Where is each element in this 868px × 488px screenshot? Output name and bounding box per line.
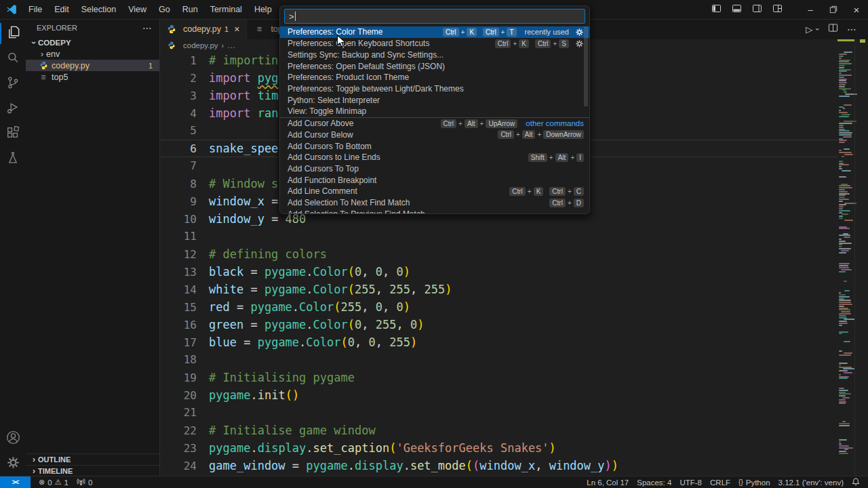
command-row-1[interactable]: Preferences: Open Keyboard ShortcutsCtrl…	[280, 38, 589, 49]
customize-layout-icon[interactable]	[772, 3, 783, 16]
activity-explorer[interactable]	[0, 21, 26, 46]
eol-sequence[interactable]: CRLF	[706, 479, 734, 487]
code-line-14[interactable]: 14white = pygame.Color(255, 255, 255)	[159, 281, 837, 298]
code-line-23[interactable]: 23pygame.display.set_caption('GeeksforGe…	[159, 439, 837, 457]
encoding[interactable]: UTF-8	[675, 479, 706, 487]
activity-extensions[interactable]	[0, 121, 26, 146]
menu-terminal[interactable]: Terminal	[204, 0, 248, 19]
line-number[interactable]: 20	[159, 387, 197, 405]
command-row-13[interactable]: Add Function Breakpoint	[280, 174, 589, 186]
palette-scrollbar[interactable]	[584, 26, 588, 106]
command-row-7[interactable]: View: Toggle Minimap	[280, 106, 589, 117]
run-dropdown-icon[interactable]: ›	[814, 28, 822, 30]
toggle-panel-icon[interactable]	[732, 3, 742, 16]
menu-view[interactable]: View	[122, 0, 153, 19]
line-number[interactable]: 19	[159, 369, 197, 387]
menu-edit[interactable]: Edit	[48, 0, 75, 19]
timeline-section[interactable]: ›TIMELINE	[26, 465, 159, 476]
command-row-14[interactable]: Add Line CommentCtrl+KCtrl+C	[280, 186, 589, 197]
command-row-9[interactable]: Add Cursor BelowCtrl+Alt+DownArrow	[280, 129, 589, 140]
minimap[interactable]	[837, 39, 855, 476]
tree-item-codepy-py[interactable]: codepy.py1	[26, 60, 159, 71]
indentation[interactable]: Spaces: 4	[633, 479, 675, 487]
line-number[interactable]: 11	[159, 228, 197, 245]
menu-file[interactable]: File	[22, 0, 48, 19]
code-line-17[interactable]: 17blue = pygame.Color(0, 0, 255)	[159, 333, 837, 351]
menu-selection[interactable]: Selection	[75, 0, 122, 19]
other-commands-link[interactable]: other commands	[526, 119, 584, 127]
activity-settings[interactable]	[0, 451, 26, 476]
command-row-0[interactable]: Preferences: Color ThemeCtrl+KCtrl+Trece…	[280, 26, 589, 38]
line-number[interactable]: 10	[159, 211, 197, 228]
tree-item-top5[interactable]: ≡top5	[26, 71, 159, 83]
tree-root-folder[interactable]: ›CODEPY	[26, 37, 159, 48]
code-line-22[interactable]: 22# Initialise game window	[159, 422, 837, 439]
command-row-11[interactable]: Add Cursors to Line EndsShift+Alt+I	[280, 152, 589, 163]
configure-keybinding-icon[interactable]	[575, 39, 584, 48]
restore-button[interactable]	[822, 0, 845, 19]
cursor-position[interactable]: Ln 6, Col 17	[583, 479, 633, 487]
line-number[interactable]: 17	[159, 334, 197, 352]
explorer-more-actions[interactable]: ⋯	[142, 22, 153, 33]
line-number[interactable]: 7	[159, 157, 197, 175]
remote-indicator[interactable]: ><	[0, 476, 31, 488]
code-line-24[interactable]: 24game_window = pygame.display.set_mode(…	[159, 457, 837, 474]
line-number[interactable]: 13	[159, 264, 197, 281]
activity-search[interactable]	[0, 46, 26, 71]
editor-more-actions-icon[interactable]: ⋯	[847, 24, 857, 35]
code-line-18[interactable]: 18	[159, 351, 837, 369]
tab-codepy-py[interactable]: codepy.py1×	[159, 19, 247, 39]
code-line-11[interactable]: 11	[159, 228, 837, 245]
run-python-file-button[interactable]: ▷	[806, 23, 812, 35]
overview-ruler[interactable]	[854, 39, 868, 476]
problems-indicator[interactable]: ⊗0 ⚠1	[35, 478, 73, 487]
notifications-bell[interactable]	[848, 477, 864, 487]
command-row-3[interactable]: Preferences: Open Default Settings (JSON…	[280, 60, 589, 72]
code-line-21[interactable]: 21	[159, 404, 837, 422]
split-editor-icon[interactable]	[828, 23, 838, 35]
ports-indicator[interactable]: 0	[73, 478, 96, 487]
line-number[interactable]: 6	[159, 140, 197, 158]
close-button[interactable]: ×	[845, 0, 868, 19]
line-number[interactable]: 3	[159, 87, 197, 105]
command-input[interactable]: >	[284, 9, 585, 24]
line-number[interactable]: 22	[159, 422, 197, 440]
python-interpreter[interactable]: 3.12.1 ('env': venv)	[774, 479, 848, 487]
line-number[interactable]: 1	[159, 52, 197, 70]
command-row-15[interactable]: Add Selection To Next Find MatchCtrl+D	[280, 197, 589, 209]
language-mode[interactable]: {} Python	[734, 479, 774, 487]
close-tab-icon[interactable]: ×	[234, 24, 239, 35]
menu-run[interactable]: Run	[176, 0, 204, 19]
command-row-10[interactable]: Add Cursors To Bottom	[280, 140, 589, 152]
line-number[interactable]: 14	[159, 281, 197, 299]
line-number[interactable]: 8	[159, 176, 197, 193]
toggle-sidebar-icon[interactable]	[711, 3, 722, 16]
code-line-12[interactable]: 12# defining colors	[159, 245, 837, 263]
command-row-6[interactable]: Python: Select Interpreter	[280, 94, 589, 106]
tree-item-env[interactable]: ›env	[26, 48, 159, 60]
line-number[interactable]: 16	[159, 317, 197, 334]
menu-help[interactable]: Help	[248, 0, 278, 19]
line-number[interactable]: 21	[159, 404, 197, 422]
breadcrumb-file[interactable]: codepy.py	[183, 41, 218, 49]
line-number[interactable]: 24	[159, 458, 197, 475]
configure-keybinding-icon[interactable]	[575, 28, 584, 37]
line-number[interactable]: 9	[159, 193, 197, 211]
outline-section[interactable]: ›OUTLINE	[26, 453, 159, 465]
line-number[interactable]: 18	[159, 351, 197, 369]
line-number[interactable]: 4	[159, 105, 197, 123]
line-number[interactable]: 23	[159, 440, 197, 458]
line-number[interactable]: 15	[159, 299, 197, 317]
command-row-5[interactable]: Preferences: Toggle between Light/Dark T…	[280, 83, 589, 95]
command-row-8[interactable]: Add Cursor AboveCtrl+Alt+UpArrowother co…	[280, 117, 589, 129]
activity-testing[interactable]	[0, 146, 26, 171]
line-number[interactable]: 12	[159, 246, 197, 264]
code-line-13[interactable]: 13black = pygame.Color(0, 0, 0)	[159, 263, 837, 281]
line-number[interactable]: 2	[159, 70, 197, 87]
command-row-16[interactable]: Add Selection To Previous Find Match	[280, 209, 589, 215]
activity-source-control[interactable]	[0, 71, 26, 96]
toggle-secondary-sidebar-icon[interactable]	[752, 3, 762, 16]
code-line-16[interactable]: 16green = pygame.Color(0, 255, 0)	[159, 316, 837, 333]
command-row-2[interactable]: Settings Sync: Backup and Sync Settings.…	[280, 49, 589, 60]
activity-account[interactable]	[0, 426, 26, 451]
